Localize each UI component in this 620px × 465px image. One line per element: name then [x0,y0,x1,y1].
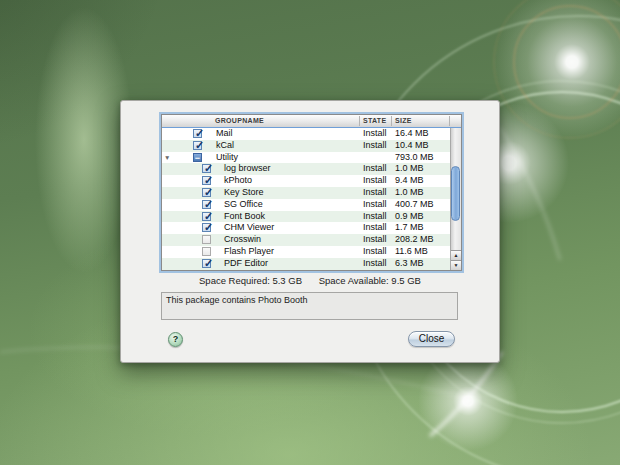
row-name: Mail [216,128,233,140]
close-button-label: Close [419,333,445,344]
scroll-up-button[interactable]: ▲ [451,250,461,260]
row-state: Install [363,258,387,270]
row-name: Crosswin [224,234,261,246]
row-size: 0.9 MB [395,211,424,223]
close-button[interactable]: Close [408,331,455,347]
help-icon: ? [173,334,179,344]
row-state: Install [363,234,387,246]
table-row[interactable]: ✓ kCal Install 10.4 MB [162,140,450,152]
row-size: 1.0 MB [395,163,424,175]
scroll-down-button[interactable]: ▼ [451,260,461,270]
row-name: Utility [216,152,238,164]
table-row[interactable]: Flash Player Install 11.6 MB [162,246,450,258]
space-required-label: Space Required: 5.3 GB [199,275,302,286]
row-checkbox[interactable] [202,247,211,256]
row-name: kPhoto [224,175,252,187]
table-row[interactable]: Crosswin Install 208.2 MB [162,234,450,246]
row-name: log browser [224,163,271,175]
row-checkbox[interactable]: ✓ [202,164,211,173]
column-header-state[interactable]: STATE [363,117,386,124]
row-state: Install [363,199,387,211]
table-row[interactable]: ✓ Key Store Install 1.0 MB [162,187,450,199]
row-checkbox[interactable]: − [193,153,202,162]
help-button[interactable]: ? [168,332,183,347]
row-name: kCal [216,140,234,152]
row-state: Install [363,222,387,234]
row-state: Install [363,163,387,175]
row-checkbox[interactable]: ✓ [202,176,211,185]
column-header-groupname[interactable]: GROUPNAME [215,117,264,124]
row-name: Key Store [224,187,264,199]
table-row[interactable]: ✓ PDF Editor Install 6.3 MB [162,258,450,270]
row-size: 11.6 MB [395,246,428,258]
row-checkbox[interactable]: ✓ [202,200,211,209]
table-header: GROUPNAME STATE SIZE [162,115,461,128]
installer-dialog: GROUPNAME STATE SIZE ✓ Mail Install 16.4… [120,100,500,363]
column-divider [449,116,450,126]
row-state: Install [363,140,387,152]
row-size: 400.7 MB [395,199,434,211]
row-size: 16.4 MB [395,128,429,140]
row-size: 6.3 MB [395,258,424,270]
scrollbar-thumb[interactable] [451,166,460,221]
row-name: SG Office [224,199,263,211]
column-header-size[interactable]: SIZE [395,117,412,124]
column-divider [391,116,392,126]
row-checkbox[interactable] [202,235,211,244]
package-table: GROUPNAME STATE SIZE ✓ Mail Install 16.4… [161,114,462,271]
table-row[interactable]: ✓ CHM Viewer Install 1.7 MB [162,222,450,234]
row-size: 9.4 MB [395,175,424,187]
row-size: 1.0 MB [395,187,424,199]
row-state: Install [363,175,387,187]
row-name: Font Book [224,211,265,223]
disclosure-triangle-icon[interactable]: ▼ [164,152,170,164]
table-row[interactable]: ✓ SG Office Install 400.7 MB [162,199,450,211]
row-checkbox[interactable]: ✓ [202,223,211,232]
row-name: Flash Player [224,246,274,258]
space-available-label: Space Available: 9.5 GB [319,275,421,286]
row-state: Install [363,128,387,140]
row-checkbox[interactable]: ✓ [202,188,211,197]
row-size: 793.0 MB [395,152,434,164]
column-divider [359,116,360,126]
row-size: 10.4 MB [395,140,429,152]
package-description-box: This package contains Photo Booth [161,292,458,320]
row-state: Install [363,211,387,223]
row-state: Install [363,187,387,199]
row-size: 1.7 MB [395,222,424,234]
row-checkbox[interactable]: ✓ [202,259,211,268]
table-rows: ✓ Mail Install 16.4 MB ✓ kCal Install 10… [162,128,450,270]
row-name: PDF Editor [224,258,268,270]
table-row[interactable]: ✓ Mail Install 16.4 MB [162,128,450,140]
row-checkbox[interactable]: ✓ [193,129,202,138]
row-state: Install [363,246,387,258]
row-name: CHM Viewer [224,222,274,234]
space-summary: Space Required: 5.3 GB Space Available: … [121,275,499,286]
row-size: 208.2 MB [395,234,434,246]
vertical-scrollbar[interactable]: ▲ ▼ [450,128,461,270]
row-checkbox[interactable]: ✓ [193,141,202,150]
row-checkbox[interactable]: ✓ [202,212,211,221]
scroll-down-icon: ▼ [454,262,459,268]
package-description-text: This package contains Photo Booth [166,295,308,305]
scroll-up-icon: ▲ [454,252,459,258]
